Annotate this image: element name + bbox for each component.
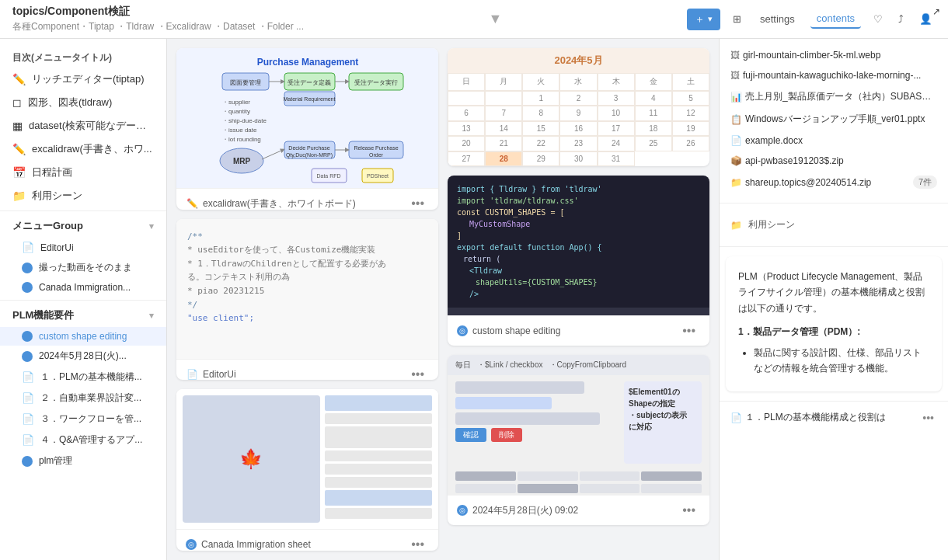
dark-code-line: import { Tldraw } from 'tldraw' [457, 183, 700, 195]
cal-cell: 7 [485, 106, 522, 121]
plm-footer-icon: ◎ [186, 539, 197, 550]
form-header-row [325, 395, 432, 411]
ss2-confirm-btn: 確認 [455, 428, 486, 442]
cal-cell: 15 [522, 121, 559, 137]
contents-button[interactable]: contents [810, 9, 861, 29]
svg-text:・supplier: ・supplier [222, 99, 250, 106]
dark-code-line: export default function App() { [457, 242, 700, 253]
sidebar-item-richtexteditor[interactable]: ✏️ リッチエディター(tiptap) [0, 68, 166, 91]
sidebar-item-may28[interactable]: 2024年5月28日(火)... [0, 346, 166, 367]
ss2-right-title: $Element01のShapeの指定・subjectの表示に対応 [629, 386, 697, 433]
settings-button[interactable]: settings [754, 10, 801, 28]
card-footer-canada: ◎ Canada Immigration sheet ••• [176, 529, 438, 551]
ss2-table-area [448, 470, 709, 495]
sidebar-item-schedule[interactable]: 📅 日程計画 [0, 161, 166, 184]
sidebar-sub-label: 2024年5月28日(火)... [39, 350, 127, 363]
card-menu-button[interactable]: ••• [678, 502, 700, 519]
plm-group-header[interactable]: PLM機能要件 ▾ [0, 304, 166, 327]
sidebar-item-plm1[interactable]: 📄 １．PLMの基本機能構... [0, 367, 166, 388]
cal-cell: 2 [559, 91, 597, 106]
cal-cell: 14 [485, 121, 522, 137]
sidebar-sub-label: plm管理 [39, 454, 72, 468]
form-row [325, 477, 432, 488]
doc-icon: 📄 [22, 413, 34, 425]
file-icon: 📊 [730, 92, 742, 103]
card-canada: 🍁 ◎ Canada Immigrati [176, 389, 438, 551]
svg-text:・lot rounding: ・lot rounding [222, 136, 261, 143]
heart-button[interactable]: ♡ [870, 10, 886, 28]
topbar: topics/Component検証 各種Component・Tiptap ・T… [0, 0, 948, 39]
doc-icon: 📄 [730, 412, 742, 423]
code-line-4: * piao 20231215 [187, 284, 427, 298]
svg-text:Order: Order [369, 152, 384, 158]
add-chevron-icon: ▾ [708, 14, 713, 24]
plm-intro-text: PLM（Product Lifecycle Management、製品ライフサイ… [738, 269, 929, 316]
excalidraw-icon: ✏️ [12, 143, 26, 155]
form-row [325, 464, 432, 475]
file-item-api[interactable]: 📦 api-pwbase191203$.zip [720, 151, 948, 171]
file-item-sales[interactable]: 📊 売上月別_製品原価データ（社内）SUBASSY表示... [720, 85, 948, 108]
add-button[interactable]: ＋ ▾ [687, 9, 720, 30]
code-line-1: * useEditorを使って、各Customize機能実装 [187, 243, 427, 257]
plm-list-item: 製品に関する設計図、仕様、部品リストなどの情報を統合管理する機能。 [754, 345, 929, 377]
file-name: fuji-mountain-kawaguchiko-lake-morning-.… [743, 70, 937, 81]
ss2-delete-btn: 削除 [491, 428, 522, 442]
form-header-row [325, 490, 432, 506]
ss2-content: 確認 削除 $Element01のShapeの指定・subjectの表示に対応 [448, 375, 709, 470]
file-item-shareup[interactable]: 📁 shareup.topics@20240514.zip 7件 [720, 171, 948, 193]
sidebar-item-label: dataset(検索可能なデータ... [29, 119, 154, 133]
file-item-example[interactable]: 📄 example.docx [720, 130, 948, 151]
share-button[interactable]: ⤴ [895, 10, 907, 28]
cal-cell: 10 [598, 106, 635, 121]
cal-today-cell: 28 [485, 151, 522, 167]
sidebar-item-plm-mgmt[interactable]: plm管理 [0, 450, 166, 471]
sidebar-item-custom-shape[interactable]: custom shape editing [0, 327, 166, 346]
svg-text:Qty,Duc(Non-MRP): Qty,Duc(Non-MRP) [285, 152, 332, 158]
shapes-icon: ◻ [12, 96, 22, 109]
cal-cell: 日 [448, 73, 485, 91]
sidebar-item-plm4[interactable]: 📄 ４．Q&A管理するアプ... [0, 430, 166, 450]
breadcrumb: 各種Component・Tiptap ・Tldraw ・Excalidraw ・… [12, 20, 304, 33]
svg-text:・issue date: ・issue date [222, 127, 257, 134]
folder-icon: 📁 [12, 190, 26, 202]
sidebar-sub-label: custom shape editing [39, 331, 127, 342]
excalidraw-footer-icon: ✏️ [186, 197, 198, 210]
right-panel-usecase[interactable]: 📁 利用シーン [730, 214, 937, 235]
edit-icon: ✏️ [12, 73, 26, 85]
right-panel-menu-button[interactable]: ••• [919, 412, 937, 424]
card-thumb-purchase: Purchase Management 図面要管理 受注データ定義 受注データ実… [176, 48, 438, 188]
sidebar-item-excalidraw[interactable]: ✏️ excalidraw(手書き、ホワ... [0, 137, 166, 161]
card-footer-may28: ◎ 2024年5月28日(火) 09:02 ••• [448, 495, 709, 525]
sidebar-item-video[interactable]: 撮った動画をそのまま [0, 257, 166, 278]
svg-text:MRP: MRP [232, 157, 250, 165]
sidebar-item-usecase[interactable]: 📁 利用シーン [0, 184, 166, 207]
card-footer-label: custom shape editing [472, 325, 560, 336]
sidebar-item-editorui[interactable]: 📄 EditorUi [0, 238, 166, 257]
sidebar-item-canada[interactable]: Canada Immigration... [0, 278, 166, 297]
card-footer-left-may28: ◎ 2024年5月28日(火) 09:02 [457, 504, 578, 517]
right-panel-footer-item[interactable]: 📄 １．PLMの基本機能構成と役割は ••• [720, 405, 948, 430]
file-item-webp[interactable]: 🖼 girl-mountain-climber-5k-ml.webp [720, 45, 948, 65]
grid-view-button[interactable]: ⊞ [730, 10, 744, 28]
card-menu-button[interactable]: ••• [678, 322, 700, 339]
card-menu-button[interactable]: ••• [406, 536, 429, 551]
topbar-left: topics/Component検証 各種Component・Tiptap ・T… [12, 5, 304, 33]
menu-group-header[interactable]: メニューGroup ▾ [0, 214, 166, 238]
ss2-table-cell [641, 471, 702, 481]
cal-cell: 30 [559, 151, 597, 167]
ss2-label2: ・$Link / checkbox [477, 360, 543, 370]
card-menu-button[interactable]: ••• [406, 366, 429, 381]
sidebar-item-shapes[interactable]: ◻ 図形、図表(tldraw) [0, 91, 166, 114]
cal-cell: 11 [635, 106, 672, 121]
cal-cell: 8 [522, 106, 559, 121]
sidebar-item-plm2[interactable]: 📄 ２．自動車業界設計変... [0, 388, 166, 409]
sidebar-item-plm3[interactable]: 📄 ３．ワークフローを管... [0, 409, 166, 430]
sidebar-item-dataset[interactable]: ▦ dataset(検索可能なデータ... [0, 114, 166, 137]
file-item-fuji[interactable]: 🖼 fuji-mountain-kawaguchiko-lake-morning… [720, 65, 948, 85]
sidebar-sub-label: ３．ワークフローを管... [40, 412, 141, 426]
content-area: Purchase Management 図面要管理 受注データ定義 受注データ実… [167, 39, 719, 560]
sidebar: 目次(メニュータイトル) ✏️ リッチエディター(tiptap) ◻ 図形、図表… [0, 39, 167, 560]
file-item-windows[interactable]: 📋 Windowsバージョンアップ手順_ver01.pptx [720, 108, 948, 130]
file-icon: 🖼 [730, 70, 740, 81]
card-menu-button[interactable]: ••• [406, 195, 429, 210]
